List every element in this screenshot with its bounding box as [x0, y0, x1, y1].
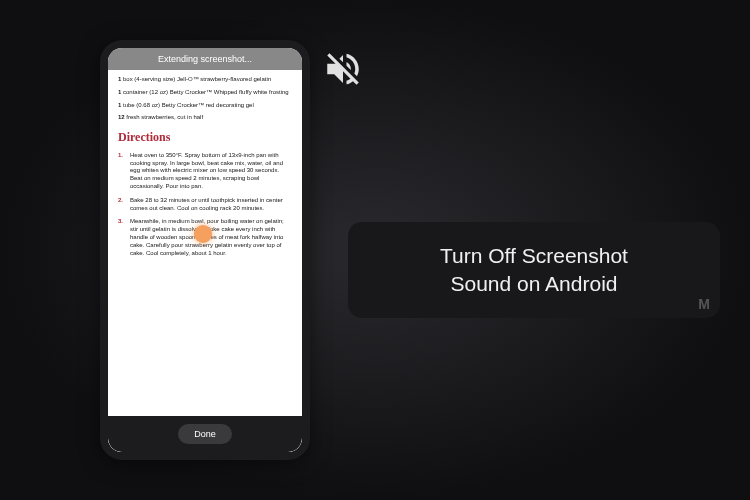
extending-banner: Extending screenshot...	[108, 48, 302, 70]
screenshot-toolbar: Done	[108, 416, 302, 452]
direction-step: 2.Bake 28 to 32 minutes or until toothpi…	[118, 197, 292, 213]
done-button[interactable]: Done	[178, 424, 232, 444]
ingredient-row: 12 fresh strawberries, cut in half	[118, 114, 292, 122]
touch-indicator	[194, 225, 212, 243]
phone-screen: Extending screenshot... 1 box (4-serving…	[108, 48, 302, 452]
ingredient-row: 1 box (4-serving size) Jell-O™ strawberr…	[118, 76, 292, 84]
watermark: M	[698, 296, 710, 312]
ingredient-row: 1 container (12 oz) Betty Crocker™ Whipp…	[118, 89, 292, 97]
ingredient-row: 1 tube (0.68 oz) Betty Crocker™ red deco…	[118, 102, 292, 110]
mute-icon	[322, 48, 364, 94]
title-callout: Turn Off ScreenshotSound on Android M	[348, 222, 720, 318]
phone-mockup: Extending screenshot... 1 box (4-serving…	[100, 40, 310, 460]
directions-heading: Directions	[118, 130, 292, 146]
direction-step: 1.Heat oven to 350°F. Spray bottom of 13…	[118, 152, 292, 191]
callout-text: Turn Off ScreenshotSound on Android	[440, 242, 628, 299]
page-content: 1 box (4-serving size) Jell-O™ strawberr…	[108, 70, 302, 426]
